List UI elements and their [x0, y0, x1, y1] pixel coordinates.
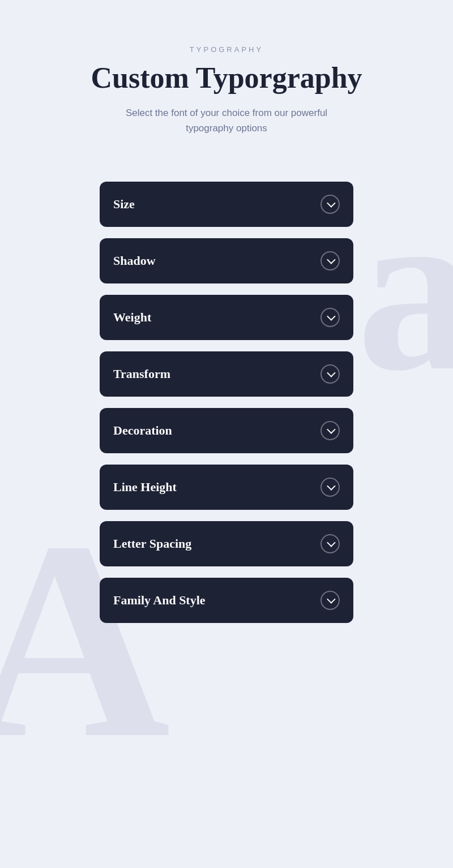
- accordion-label-weight: Weight: [113, 310, 151, 325]
- accordion-label-family-and-style: Family And Style: [113, 593, 206, 608]
- accordion-item-letter-spacing[interactable]: Letter Spacing: [100, 521, 353, 566]
- watermark-letter-a-right: a: [357, 170, 453, 407]
- accordion-item-line-height[interactable]: Line Height: [100, 465, 353, 510]
- chevron-down-icon-weight: [320, 308, 340, 327]
- page-title: Custom Typorgraphy: [91, 62, 362, 94]
- chevron-down-icon-letter-spacing: [320, 534, 340, 553]
- accordion-item-family-and-style[interactable]: Family And Style: [100, 578, 353, 623]
- accordion-item-size[interactable]: Size: [100, 182, 353, 227]
- accordion-item-shadow[interactable]: Shadow: [100, 238, 353, 283]
- accordion-label-shadow: Shadow: [113, 253, 156, 268]
- chevron-down-icon-shadow: [320, 251, 340, 270]
- header-section: TYPOGRAPHY Custom Typorgraphy Select the…: [91, 45, 362, 136]
- page-wrapper: a A TYPOGRAPHY Custom Typorgraphy Select…: [0, 0, 453, 868]
- chevron-down-icon-line-height: [320, 478, 340, 497]
- section-label: TYPOGRAPHY: [91, 45, 362, 54]
- accordion-label-letter-spacing: Letter Spacing: [113, 536, 191, 551]
- accordion-item-weight[interactable]: Weight: [100, 295, 353, 340]
- chevron-down-icon-size: [320, 195, 340, 214]
- accordion-label-transform: Transform: [113, 367, 170, 381]
- accordion-label-line-height: Line Height: [113, 480, 177, 495]
- accordion-label-decoration: Decoration: [113, 423, 172, 438]
- chevron-down-icon-family-and-style: [320, 591, 340, 610]
- accordion-item-decoration[interactable]: Decoration: [100, 408, 353, 453]
- accordion-item-transform[interactable]: Transform: [100, 351, 353, 397]
- chevron-down-icon-decoration: [320, 421, 340, 440]
- accordion-label-size: Size: [113, 197, 135, 212]
- accordion-list: SizeShadowWeightTransformDecorationLine …: [100, 182, 353, 623]
- chevron-down-icon-transform: [320, 364, 340, 384]
- page-description: Select the font of your choice from our …: [119, 105, 334, 136]
